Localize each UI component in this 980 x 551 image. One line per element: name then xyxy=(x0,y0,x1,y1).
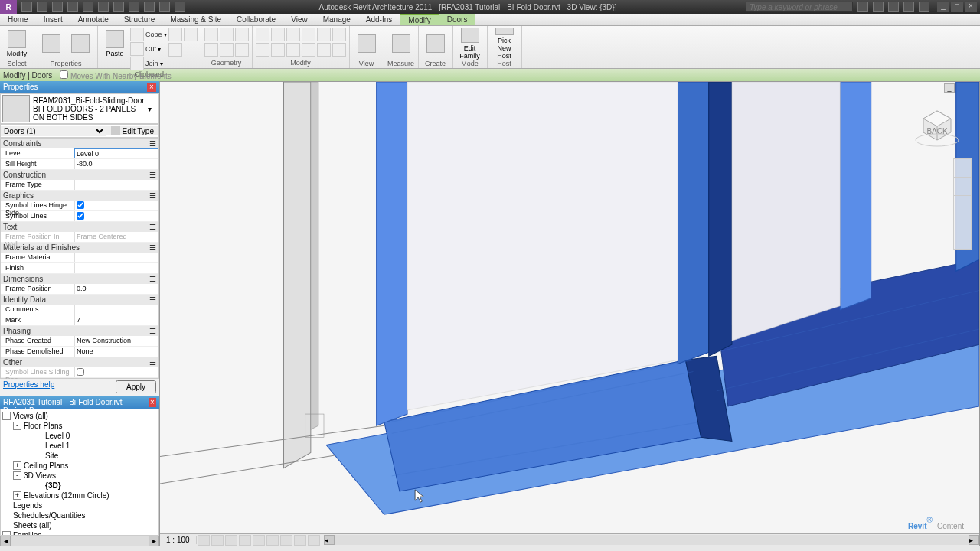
browser-hscrollbar[interactable]: ◂ ▸ xyxy=(0,536,159,546)
scroll-track[interactable] xyxy=(11,536,149,546)
measure-button[interactable] xyxy=(387,28,415,60)
collapse-icon[interactable]: ☰ xyxy=(149,171,156,179)
properties-help-link[interactable]: Properties help xyxy=(3,380,54,393)
edit-type-button[interactable]: Edit Type xyxy=(106,126,158,135)
collapse-icon[interactable]: ☰ xyxy=(149,139,156,148)
pin-icon[interactable] xyxy=(302,43,315,57)
prop-value[interactable] xyxy=(74,253,158,262)
prop-category-construction[interactable]: Construction☰ xyxy=(1,170,158,180)
properties-header[interactable]: Properties × xyxy=(0,81,159,93)
pan-icon[interactable] xyxy=(954,178,971,196)
ribbon-tab-view[interactable]: View xyxy=(283,14,315,25)
tree-item-elevations-12mm-circle-[interactable]: +Elevations (12mm Circle) xyxy=(2,491,157,500)
ribbon-tab-modify[interactable]: Modify xyxy=(400,14,439,25)
ribbon-tab-collaborate[interactable]: Collaborate xyxy=(229,14,283,25)
tree-item-sheets-all-[interactable]: Sheets (all) xyxy=(2,520,157,530)
tree-item-site[interactable]: Site xyxy=(2,451,157,461)
modify-button[interactable]: Modify xyxy=(3,28,31,60)
hscroll-right-button[interactable]: ▸ xyxy=(969,535,979,545)
print-icon[interactable] xyxy=(83,2,93,12)
ribbon-tab-home[interactable]: Home xyxy=(0,14,36,25)
prop-value[interactable]: -80.0 xyxy=(74,159,158,169)
prop-value[interactable] xyxy=(74,201,158,210)
close-button[interactable]: × xyxy=(965,2,977,12)
crop-view-icon[interactable] xyxy=(266,535,279,546)
scroll-left-button[interactable]: ◂ xyxy=(0,536,11,546)
prop-value[interactable] xyxy=(74,263,158,273)
tree-item-families[interactable]: -Families xyxy=(2,530,157,536)
ribbon-tab-massing-site[interactable]: Massing & Site xyxy=(162,14,229,25)
align-icon[interactable] xyxy=(129,2,139,12)
edit-family-button[interactable]: Edit Family xyxy=(456,28,484,60)
star-icon[interactable] xyxy=(903,2,914,12)
expand-icon[interactable]: + xyxy=(13,461,21,470)
crop-region-icon[interactable] xyxy=(280,535,292,546)
cut-icon[interactable] xyxy=(130,42,144,56)
navigation-bar[interactable] xyxy=(953,158,972,250)
unlock-view-icon[interactable] xyxy=(294,535,306,546)
viewcube[interactable]: BACK xyxy=(910,97,964,151)
search-input[interactable] xyxy=(746,2,853,12)
tree-item-ceiling-plans[interactable]: +Ceiling Plans xyxy=(2,461,157,471)
offset-icon[interactable] xyxy=(286,43,300,57)
collapse-icon[interactable]: ☰ xyxy=(149,191,156,200)
tree-item-schedules-quantities[interactable]: Schedules/Quantities xyxy=(2,510,157,520)
view-scale[interactable]: 1 : 100 xyxy=(160,536,197,544)
g1-icon[interactable] xyxy=(204,28,218,41)
open-icon[interactable] xyxy=(21,2,32,12)
tree-item-3d-views[interactable]: -3D Views xyxy=(2,471,157,481)
delete-icon[interactable] xyxy=(317,43,331,57)
prop-category-phasing[interactable]: Phasing☰ xyxy=(1,326,158,336)
prop-category-graphics[interactable]: Graphics☰ xyxy=(1,191,158,201)
props-button[interactable] xyxy=(38,28,65,60)
rendering-icon[interactable] xyxy=(253,535,265,546)
trim-icon[interactable] xyxy=(271,43,285,57)
scale-icon[interactable] xyxy=(332,43,346,57)
g4-icon[interactable] xyxy=(204,43,218,57)
properties-close-icon[interactable]: × xyxy=(147,83,156,92)
temp-hide-icon[interactable] xyxy=(308,535,320,546)
prop-category-text[interactable]: Text☰ xyxy=(1,222,158,232)
prop-category-dimensions[interactable]: Dimensions☰ xyxy=(1,274,158,284)
tree-item-level-1[interactable]: Level 1 xyxy=(2,441,157,451)
prop-category-constraints[interactable]: Constraints☰ xyxy=(1,139,158,148)
move-icon[interactable] xyxy=(256,28,270,41)
collapse-icon[interactable]: ☰ xyxy=(149,358,156,367)
collapse-icon[interactable]: ☰ xyxy=(149,223,156,231)
tree-item-views-all-[interactable]: -Views (all) xyxy=(2,411,157,421)
viewport-3d[interactable]: _ □ × xyxy=(159,81,980,546)
type-selector-dropdown-icon[interactable]: ▾ xyxy=(148,105,157,113)
collapse-icon[interactable]: ☰ xyxy=(149,295,156,304)
project-browser-header[interactable]: RFA2031 Tutorial - Bi-Fold Door.rvt - Pr… xyxy=(0,396,159,409)
prop-value[interactable]: 7 xyxy=(74,315,158,325)
pick-new-host-button[interactable]: Pick New Host xyxy=(491,28,518,60)
prop-value[interactable]: None xyxy=(74,347,158,357)
prop-category-identity-data[interactable]: Identity Data☰ xyxy=(1,295,158,305)
expand-icon[interactable]: + xyxy=(13,491,21,500)
scroll-right-button[interactable]: ▸ xyxy=(149,536,159,546)
zoom-icon[interactable] xyxy=(954,196,971,214)
apply-button[interactable]: Apply xyxy=(116,380,156,393)
prop-value[interactable] xyxy=(74,148,158,158)
type-button[interactable] xyxy=(67,28,94,60)
redo-icon[interactable] xyxy=(67,2,78,12)
prop-checkbox[interactable] xyxy=(77,212,84,220)
tree-item-level-0[interactable]: Level 0 xyxy=(2,431,157,441)
cut-icon[interactable] xyxy=(168,28,182,41)
join-icon[interactable] xyxy=(130,57,144,70)
help-icon[interactable] xyxy=(919,2,929,12)
shadows-icon[interactable] xyxy=(239,535,251,546)
paste-button[interactable]: Paste xyxy=(101,28,129,60)
hscroll-left-button[interactable]: ◂ xyxy=(324,535,335,545)
hscroll-track[interactable] xyxy=(335,535,969,545)
prop-value[interactable] xyxy=(74,211,158,221)
project-browser-tree[interactable]: -Views (all)-Floor PlansLevel 0Level 1Si… xyxy=(0,409,159,536)
moves-nearby-checkbox[interactable] xyxy=(60,70,68,79)
visual-style-icon[interactable] xyxy=(211,535,224,546)
key-icon[interactable] xyxy=(873,2,884,12)
copy-icon[interactable] xyxy=(184,28,198,41)
prop-value[interactable] xyxy=(74,180,158,190)
sync-icon[interactable] xyxy=(159,2,170,12)
ribbon-tab-manage[interactable]: Manage xyxy=(315,14,358,25)
ribbon-tab-insert[interactable]: Insert xyxy=(36,14,70,25)
